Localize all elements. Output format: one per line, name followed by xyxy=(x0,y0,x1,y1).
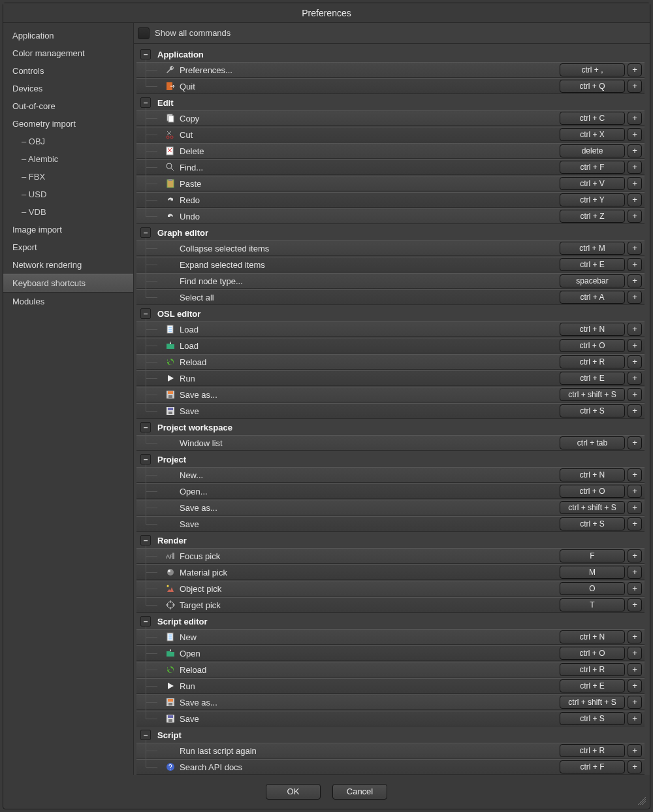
collapse-toggle[interactable]: – xyxy=(140,49,151,59)
section-header[interactable]: –Graph editor xyxy=(136,225,645,240)
sidebar-item[interactable]: Image import xyxy=(3,221,133,238)
shortcut-button[interactable]: M xyxy=(560,566,625,579)
command-row[interactable]: Run last script again ctrl + R + xyxy=(136,743,645,758)
add-shortcut-button[interactable]: + xyxy=(628,517,642,530)
section-header[interactable]: –Render xyxy=(136,532,645,548)
sidebar-item[interactable]: Export xyxy=(3,238,133,256)
shortcut-button[interactable]: T xyxy=(560,598,625,611)
section-header[interactable]: –Script editor xyxy=(136,613,645,629)
section-header[interactable]: –Application xyxy=(136,46,645,62)
add-shortcut-button[interactable]: + xyxy=(628,630,642,643)
add-shortcut-button[interactable]: + xyxy=(628,468,642,481)
command-row[interactable]: Save as... ctrl + shift + S + xyxy=(136,500,645,515)
shortcut-button[interactable]: ctrl + R xyxy=(560,355,625,368)
command-row[interactable]: Reload ctrl + R + xyxy=(136,662,645,677)
add-shortcut-button[interactable]: + xyxy=(628,501,642,514)
shortcut-button[interactable]: spacebar xyxy=(560,274,625,287)
add-shortcut-button[interactable]: + xyxy=(628,696,642,709)
sidebar-item[interactable]: – USD xyxy=(3,186,133,203)
add-shortcut-button[interactable]: + xyxy=(628,760,642,773)
command-row[interactable]: New ctrl + N + xyxy=(136,629,645,645)
command-row[interactable]: Expand selected items ctrl + E + xyxy=(136,257,645,272)
add-shortcut-button[interactable]: + xyxy=(628,128,642,141)
shortcut-button[interactable]: ctrl + N xyxy=(560,630,625,643)
show-all-checkbox[interactable] xyxy=(138,27,150,39)
resize-grip[interactable] xyxy=(635,794,646,805)
sidebar-item[interactable]: Devices xyxy=(3,80,133,97)
command-row[interactable]: Window list ctrl + tab + xyxy=(136,435,645,451)
section-header[interactable]: –Project xyxy=(136,451,645,467)
add-shortcut-button[interactable]: + xyxy=(628,404,642,417)
command-row[interactable]: Paste ctrl + V + xyxy=(136,176,645,191)
collapse-toggle[interactable]: – xyxy=(140,97,151,108)
command-row[interactable]: Save as... ctrl + shift + S + xyxy=(136,387,645,402)
shortcut-button[interactable]: F xyxy=(560,549,625,562)
shortcut-button[interactable]: ctrl + V xyxy=(560,177,625,190)
command-row[interactable]: Load ctrl + O + xyxy=(136,338,645,353)
shortcut-button[interactable]: ctrl + S xyxy=(560,517,625,530)
sidebar-item[interactable]: Geometry import xyxy=(3,115,133,133)
command-row[interactable]: Find node type... spacebar + xyxy=(136,273,645,289)
command-row[interactable]: Quit ctrl + Q + xyxy=(136,78,645,94)
shortcut-button[interactable]: O xyxy=(560,582,625,595)
collapse-toggle[interactable]: – xyxy=(140,616,151,626)
add-shortcut-button[interactable]: + xyxy=(628,582,642,595)
add-shortcut-button[interactable]: + xyxy=(628,144,642,157)
command-row[interactable]: New... ctrl + N + xyxy=(136,467,645,483)
command-row[interactable]: Material pick M + xyxy=(136,564,645,580)
command-row[interactable]: Reload ctrl + R + xyxy=(136,354,645,370)
command-row[interactable]: Save ctrl + S + xyxy=(136,516,645,532)
sidebar-item[interactable]: Keyboard shortcuts xyxy=(3,274,133,293)
add-shortcut-button[interactable]: + xyxy=(628,679,642,692)
shortcut-button[interactable]: ctrl + S xyxy=(560,712,625,725)
shortcut-button[interactable]: ctrl + , xyxy=(560,63,625,76)
collapse-toggle[interactable]: – xyxy=(140,227,151,238)
add-shortcut-button[interactable]: + xyxy=(628,274,642,287)
shortcut-button[interactable]: ctrl + A xyxy=(560,291,625,304)
command-row[interactable]: Select all ctrl + A + xyxy=(136,289,645,305)
add-shortcut-button[interactable]: + xyxy=(628,258,642,271)
shortcut-button[interactable]: ctrl + N xyxy=(560,323,625,336)
shortcut-button[interactable]: delete xyxy=(560,144,625,157)
shortcut-button[interactable]: ctrl + tab xyxy=(560,436,625,449)
shortcut-button[interactable]: ctrl + M xyxy=(560,242,625,255)
add-shortcut-button[interactable]: + xyxy=(628,242,642,255)
add-shortcut-button[interactable]: + xyxy=(628,372,642,385)
command-row[interactable]: ? Search API docs ctrl + F + xyxy=(136,759,645,775)
add-shortcut-button[interactable]: + xyxy=(628,355,642,368)
shortcut-button[interactable]: ctrl + R xyxy=(560,744,625,757)
command-row[interactable]: AF Focus pick F + xyxy=(136,548,645,564)
command-row[interactable]: Open ctrl + O + xyxy=(136,645,645,661)
collapse-toggle[interactable]: – xyxy=(140,454,151,464)
add-shortcut-button[interactable]: + xyxy=(628,436,642,449)
command-row[interactable]: Copy ctrl + C + xyxy=(136,110,645,126)
shortcut-button[interactable]: ctrl + shift + S xyxy=(560,501,625,514)
sidebar-item[interactable]: Controls xyxy=(3,62,133,80)
command-row[interactable]: Find... ctrl + F + xyxy=(136,159,645,175)
shortcut-button[interactable]: ctrl + R xyxy=(560,663,625,676)
command-row[interactable]: Target pick T + xyxy=(136,597,645,613)
shortcut-button[interactable]: ctrl + shift + S xyxy=(560,696,625,709)
collapse-toggle[interactable]: – xyxy=(140,422,151,432)
shortcut-button[interactable]: ctrl + X xyxy=(560,128,625,141)
command-row[interactable]: Save ctrl + S + xyxy=(136,711,645,726)
command-row[interactable]: Open... ctrl + O + xyxy=(136,483,645,499)
shortcut-button[interactable]: ctrl + Q xyxy=(560,80,625,93)
section-header[interactable]: –Edit xyxy=(136,95,645,110)
command-row[interactable]: Undo ctrl + Z + xyxy=(136,208,645,224)
shortcut-button[interactable]: ctrl + E xyxy=(560,679,625,692)
sidebar-item[interactable]: – VDB xyxy=(3,203,133,221)
add-shortcut-button[interactable]: + xyxy=(628,161,642,174)
shortcut-button[interactable]: ctrl + shift + S xyxy=(560,388,625,401)
add-shortcut-button[interactable]: + xyxy=(628,388,642,401)
command-row[interactable]: Object pick O + xyxy=(136,581,645,596)
command-row[interactable]: Run ctrl + E + xyxy=(136,370,645,386)
command-row[interactable]: Run ctrl + E + xyxy=(136,678,645,694)
ok-button[interactable]: OK xyxy=(266,784,321,800)
command-row[interactable]: Load ctrl + N + xyxy=(136,321,645,337)
sidebar-item[interactable]: Modules xyxy=(3,293,133,310)
shortcut-button[interactable]: ctrl + F xyxy=(560,161,625,174)
add-shortcut-button[interactable]: + xyxy=(628,485,642,498)
add-shortcut-button[interactable]: + xyxy=(628,566,642,579)
add-shortcut-button[interactable]: + xyxy=(628,112,642,125)
